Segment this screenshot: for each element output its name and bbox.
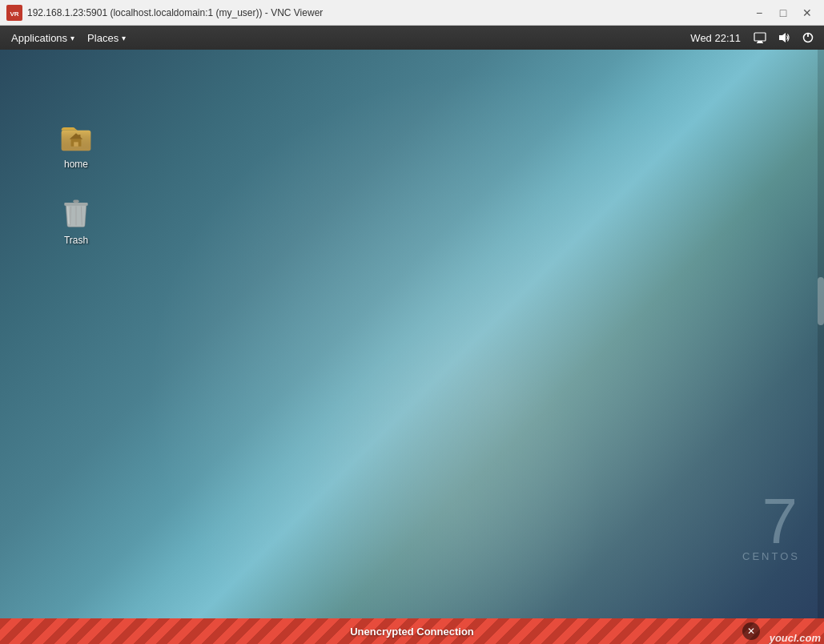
volume-icon-button[interactable]	[774, 28, 794, 47]
places-menu[interactable]: Places ▾	[82, 30, 131, 46]
vnc-logo: VR	[6, 5, 22, 21]
places-chevron-icon: ▾	[122, 34, 126, 42]
scrollbar[interactable]	[818, 50, 824, 618]
desktop: home	[0, 50, 824, 618]
applications-menu[interactable]: Applications ▾	[6, 30, 79, 46]
centos-watermark: 7 CENTOS	[742, 493, 800, 562]
close-notification-icon: ✕	[747, 626, 755, 637]
scrollbar-thumb[interactable]	[818, 277, 824, 325]
window-title: 192.168.1.23:5901 (localhost.localdomain…	[27, 7, 749, 18]
home-folder-label: home	[64, 159, 88, 170]
home-folder-icon[interactable]: home	[44, 114, 108, 173]
centos-text: CENTOS	[742, 550, 800, 562]
trash-image	[57, 193, 95, 231]
svg-rect-12	[74, 142, 78, 147]
notification-bar: Unencrypted Connection ✕ youcl.com	[0, 618, 824, 644]
panel-right-icons	[750, 28, 818, 47]
svg-rect-18	[73, 199, 78, 203]
centos-version: 7	[742, 493, 800, 550]
applications-chevron-icon: ▾	[70, 34, 74, 42]
svg-text:VR: VR	[10, 10, 18, 18]
power-icon-button[interactable]	[798, 28, 818, 47]
svg-rect-3	[758, 41, 762, 42]
svg-rect-4	[757, 42, 763, 43]
svg-rect-17	[64, 203, 87, 206]
close-notification-button[interactable]: ✕	[742, 622, 760, 640]
trash-label: Trash	[64, 235, 88, 246]
maximize-button[interactable]: □	[773, 2, 794, 23]
screen-icon-button[interactable]	[750, 28, 770, 47]
panel-clock: Wed 22:11	[690, 32, 741, 44]
svg-rect-13	[78, 135, 81, 139]
trash-icon[interactable]: Trash	[44, 190, 108, 249]
close-button[interactable]: ✕	[797, 2, 818, 23]
svg-rect-2	[754, 33, 766, 41]
applications-label: Applications	[11, 32, 67, 44]
gnome-panel: Applications ▾ Places ▾ Wed 22:11	[0, 26, 824, 50]
vnc-window: VR 192.168.1.23:5901 (localhost.localdom…	[0, 0, 824, 644]
title-bar: VR 192.168.1.23:5901 (localhost.localdom…	[0, 0, 824, 26]
home-folder-image	[57, 117, 95, 155]
youcl-text: youcl.com	[770, 632, 821, 644]
window-controls: − □ ✕	[749, 2, 818, 23]
notification-text: Unencrypted Connection	[350, 626, 474, 638]
youcl-badge: youcl.com	[770, 632, 821, 644]
places-label: Places	[87, 32, 119, 44]
svg-marker-5	[779, 33, 786, 42]
vnc-content: Applications ▾ Places ▾ Wed 22:11	[0, 26, 824, 644]
minimize-button[interactable]: −	[749, 2, 770, 23]
